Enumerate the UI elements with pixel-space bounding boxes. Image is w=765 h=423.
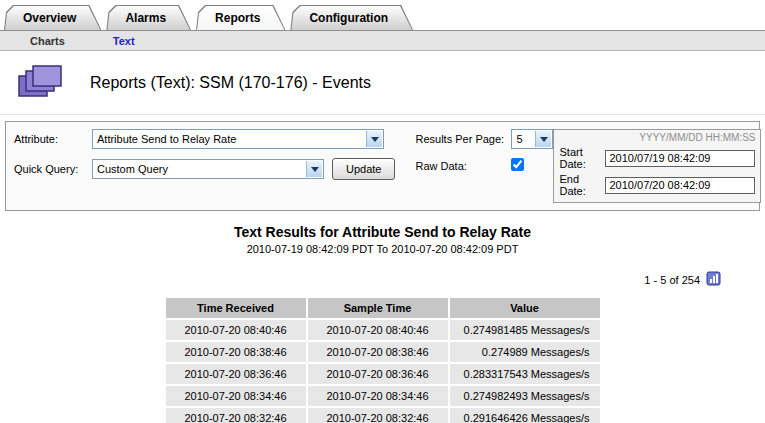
cell-value: 0.274989 Messages/s: [450, 342, 600, 362]
update-button[interactable]: Update: [332, 158, 395, 180]
page-title: Reports (Text): SSM (170-176) - Events: [90, 74, 371, 92]
cell-time-received: 2010-07-20 08:36:46: [166, 364, 306, 384]
end-date-input[interactable]: [605, 177, 755, 194]
results-per-page-select[interactable]: 5: [511, 129, 553, 149]
quick-query-label: Quick Query:: [14, 163, 92, 175]
table-row: 2010-07-20 08:32:46 2010-07-20 08:32:46 …: [166, 408, 600, 423]
reports-stack-icon: [18, 64, 64, 102]
cell-value: 0.283317543 Messages/s: [450, 364, 600, 384]
results-per-page-value: 5: [516, 133, 522, 145]
subnav-bar: Charts Text: [0, 30, 765, 51]
table-row: 2010-07-20 08:36:46 2010-07-20 08:36:46 …: [166, 364, 600, 384]
attribute-select-value: Attribute Send to Relay Rate: [97, 133, 236, 145]
dropdown-arrow-icon: [366, 131, 382, 147]
tab-reports-label: Reports: [215, 11, 260, 25]
start-date-label: Start Date:: [559, 146, 605, 170]
tab-bar: Overview Alarms Reports Configuration: [0, 0, 765, 30]
tab-overview-label: Overview: [23, 11, 76, 25]
query-left-column: Attribute: Attribute Send to Relay Rate …: [14, 129, 395, 180]
table-row: 2010-07-20 08:38:46 2010-07-20 08:38:46 …: [166, 342, 600, 362]
end-date-label: End Date:: [559, 173, 605, 197]
column-header-time-received: Time Received: [166, 298, 306, 318]
results-table: Time Received Sample Time Value 2010-07-…: [164, 296, 602, 423]
dropdown-arrow-icon: [535, 131, 551, 147]
tab-configuration[interactable]: Configuration: [290, 5, 413, 30]
table-row: 2010-07-20 08:40:46 2010-07-20 08:40:46 …: [166, 320, 600, 340]
cell-time-received: 2010-07-20 08:32:46: [166, 408, 306, 423]
cell-time-received: 2010-07-20 08:40:46: [166, 320, 306, 340]
cell-value: 0.274982493 Messages/s: [450, 386, 600, 406]
attribute-select[interactable]: Attribute Send to Relay Rate: [92, 129, 384, 149]
tab-configuration-label: Configuration: [309, 11, 388, 25]
result-range-text: 1 - 5 of 254: [644, 274, 700, 286]
tab-overview[interactable]: Overview: [4, 5, 101, 30]
cell-time-received: 2010-07-20 08:38:46: [166, 342, 306, 362]
table-row: 2010-07-20 08:34:46 2010-07-20 08:34:46 …: [166, 386, 600, 406]
subnav-charts[interactable]: Charts: [30, 35, 65, 47]
tab-reports[interactable]: Reports: [196, 5, 285, 30]
quick-query-select[interactable]: Custom Query: [92, 159, 324, 179]
date-format-hint: YYYY/MM/DD HH:MM:SS: [559, 132, 755, 143]
range-row: 1 - 5 of 254: [0, 271, 721, 288]
cell-sample-time: 2010-07-20 08:34:46: [308, 386, 448, 406]
dropdown-arrow-icon: [306, 161, 322, 177]
cell-sample-time: 2010-07-20 08:40:46: [308, 320, 448, 340]
cell-sample-time: 2010-07-20 08:32:46: [308, 408, 448, 423]
page-header: Reports (Text): SSM (170-176) - Events: [0, 51, 765, 115]
cell-sample-time: 2010-07-20 08:36:46: [308, 364, 448, 384]
tab-alarms[interactable]: Alarms: [106, 5, 191, 30]
date-range-box: YYYY/MM/DD HH:MM:SS Start Date: End Date…: [553, 129, 761, 203]
subnav-text[interactable]: Text: [113, 35, 135, 47]
table-header-row: Time Received Sample Time Value: [166, 298, 600, 318]
raw-data-checkbox[interactable]: [511, 158, 524, 171]
column-header-value: Value: [450, 298, 600, 318]
cell-value: 0.291646426 Messages/s: [450, 408, 600, 423]
quick-query-select-value: Custom Query: [97, 163, 168, 175]
cell-value: 0.274981485 Messages/s: [450, 320, 600, 340]
results-subtitle: 2010-07-19 08:42:09 PDT To 2010-07-20 08…: [0, 243, 765, 255]
export-report-icon[interactable]: [706, 271, 721, 288]
column-header-sample-time: Sample Time: [308, 298, 448, 318]
results-per-page-label: Results Per Page:: [415, 133, 511, 145]
query-panel: Attribute: Attribute Send to Relay Rate …: [5, 121, 760, 211]
cell-sample-time: 2010-07-20 08:38:46: [308, 342, 448, 362]
tab-alarms-label: Alarms: [125, 11, 166, 25]
raw-data-label: Raw Data:: [415, 160, 511, 172]
cell-time-received: 2010-07-20 08:34:46: [166, 386, 306, 406]
results-title: Text Results for Attribute Send to Relay…: [0, 224, 765, 240]
start-date-input[interactable]: [605, 150, 755, 167]
query-middle-column: Results Per Page: 5 Raw Data:: [415, 129, 553, 174]
attribute-label: Attribute:: [14, 133, 92, 145]
